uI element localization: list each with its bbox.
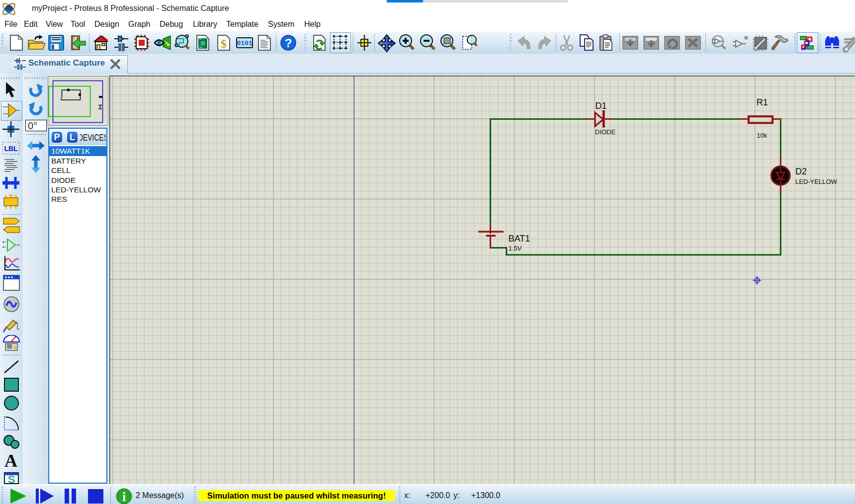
svg-text:DIODE: DIODE [595, 128, 616, 136]
svg-text:D1: D1 [596, 101, 607, 111]
svg-text:?: ? [285, 36, 292, 50]
svg-text:i: i [122, 490, 126, 504]
svg-text:D2: D2 [795, 167, 807, 176]
svg-text:$: $ [221, 37, 227, 50]
svg-text:BAT1: BAT1 [509, 234, 530, 244]
svg-text:1.5V: 1.5V [509, 245, 522, 252]
svg-text:R1: R1 [757, 97, 768, 107]
svg-text:10k: 10k [757, 132, 767, 139]
svg-text:0101: 0101 [237, 40, 252, 47]
svg-text:LBL: LBL [4, 145, 18, 153]
svg-text:S: S [8, 473, 15, 484]
svg-text:LED-YELLOW: LED-YELLOW [795, 178, 838, 185]
